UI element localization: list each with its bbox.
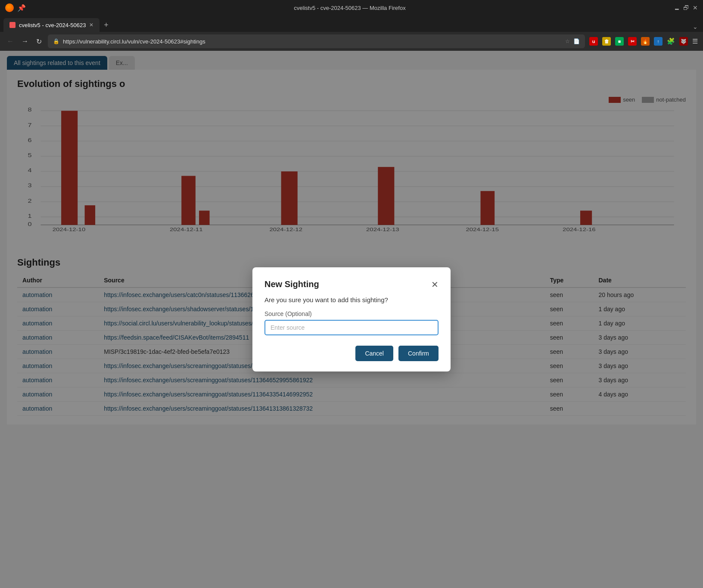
reload-button[interactable]: ↻	[34, 36, 44, 47]
address-bar: ← → ↻ 🔒 https://vulnerability.circl.lu/v…	[0, 32, 703, 51]
close-icon[interactable]: ✕	[693, 4, 698, 11]
ublock-icon[interactable]: u	[589, 37, 598, 46]
source-input[interactable]	[264, 320, 439, 335]
ext-icon-7[interactable]: 🐺	[679, 37, 688, 46]
minimize-icon[interactable]: 🗕	[674, 4, 680, 11]
tab-label: cvelistv5 - cve-2024-50623	[19, 22, 86, 28]
browser-chrome: 📌 cvelistv5 - cve-2024-50623 — Mozilla F…	[0, 0, 703, 51]
url-display: https://vulnerability.circl.lu/vuln/cve-…	[63, 38, 205, 45]
modal-overlay: New Sighting ✕ Are you sure you want to …	[0, 51, 703, 588]
modal-close-button[interactable]: ✕	[431, 280, 439, 289]
menu-icon[interactable]: ☰	[692, 37, 698, 45]
title-bar: 📌 cvelistv5 - cve-2024-50623 — Mozilla F…	[0, 0, 703, 15]
window-controls: 🗕 🗗 ✕	[674, 4, 698, 11]
cancel-button[interactable]: Cancel	[355, 346, 393, 361]
tabs-menu-icon[interactable]: ⌄	[691, 22, 700, 32]
modal-body: Are you sure you want to add this sighti…	[264, 296, 439, 303]
ext-icon-4[interactable]: ✂	[628, 37, 637, 46]
toolbar-icons: u 🗑 ■ ✂ 🔥 ↑ 🧩 🐺 ☰	[589, 37, 698, 46]
bookmark-icon[interactable]: ☆	[565, 38, 570, 44]
ext-icon-5[interactable]: 🔥	[641, 37, 650, 46]
modal-header: New Sighting ✕	[264, 279, 439, 289]
ext-icon-6[interactable]: ↑	[654, 37, 663, 46]
tab-favicon	[9, 22, 16, 28]
tab-close-button[interactable]: ✕	[89, 22, 93, 28]
address-input[interactable]: 🔒 https://vulnerability.circl.lu/vuln/cv…	[48, 34, 585, 48]
modal-title: New Sighting	[264, 279, 319, 289]
page-content: All sightings related to this event Ex..…	[0, 51, 703, 588]
lock-icon: 🔒	[53, 38, 59, 44]
confirm-button[interactable]: Confirm	[398, 346, 439, 361]
ext-icon-3[interactable]: ■	[615, 37, 624, 46]
extensions-icon[interactable]: 🧩	[667, 37, 675, 45]
forward-button[interactable]: →	[20, 36, 30, 47]
maximize-icon[interactable]: 🗗	[683, 4, 689, 11]
source-label: Source (Optional)	[264, 310, 439, 317]
back-button[interactable]: ←	[5, 36, 16, 47]
modal-footer: Cancel Confirm	[264, 346, 439, 361]
reader-icon[interactable]: 📄	[573, 38, 580, 44]
tab-bar: cvelistv5 - cve-2024-50623 ✕ + ⌄	[0, 15, 703, 32]
window-title: cvelistv5 - cve-2024-50623 — Mozilla Fir…	[26, 5, 674, 11]
firefox-logo	[5, 3, 14, 12]
active-tab[interactable]: cvelistv5 - cve-2024-50623 ✕	[3, 18, 100, 32]
new-sighting-modal: New Sighting ✕ Are you sure you want to …	[252, 267, 451, 371]
new-tab-button[interactable]: +	[101, 18, 111, 32]
ext-icon-2[interactable]: 🗑	[602, 37, 611, 46]
pin-icon[interactable]: 📌	[17, 4, 26, 12]
